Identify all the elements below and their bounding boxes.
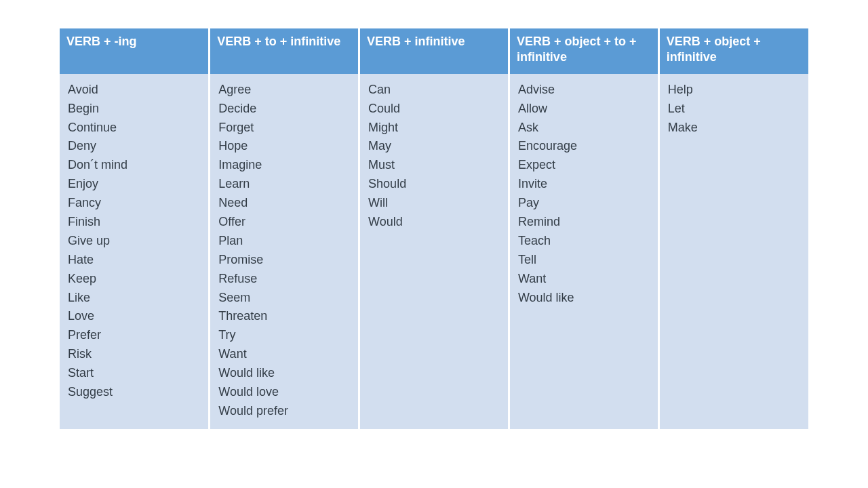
- col-header-2: VERB + infinitive: [359, 28, 509, 74]
- list-item: Would like: [518, 289, 650, 308]
- list-item: May: [368, 137, 500, 156]
- list-item: Begin: [68, 100, 200, 119]
- list-item: Let: [668, 100, 800, 119]
- list-item: Deny: [68, 137, 200, 156]
- list-item: Seem: [218, 289, 350, 308]
- table-container: VERB + -ing VERB + to + infinitive VERB …: [0, 0, 868, 429]
- verb-patterns-table: VERB + -ing VERB + to + infinitive VERB …: [60, 28, 808, 429]
- list-item: Threaten: [218, 307, 350, 326]
- list-item: Pay: [518, 194, 650, 213]
- cell-col-3: AdviseAllowAskEncourageExpectInvitePayRe…: [509, 74, 658, 429]
- list-item: Allow: [518, 100, 650, 119]
- list-item: Prefer: [68, 326, 200, 345]
- table-row: AvoidBeginContinueDenyDon´t mindEnjoyFan…: [60, 74, 808, 429]
- list-item: Finish: [68, 213, 200, 232]
- list-item: Like: [68, 289, 200, 308]
- col-header-3: VERB + object + to + infinitive: [509, 28, 658, 74]
- list-item: Encourage: [518, 137, 650, 156]
- list-item: Forget: [218, 119, 350, 138]
- list-item: Try: [218, 326, 350, 345]
- list-item: Promise: [218, 251, 350, 270]
- list-item: Would prefer: [218, 402, 350, 421]
- list-item: Start: [68, 364, 200, 383]
- col-header-0: VERB + -ing: [60, 28, 210, 74]
- list-item: Need: [218, 194, 350, 213]
- list-item: Could: [368, 100, 500, 119]
- list-item: Would love: [218, 383, 350, 402]
- list-item: Offer: [218, 213, 350, 232]
- table-header-row: VERB + -ing VERB + to + infinitive VERB …: [60, 28, 808, 74]
- list-item: Help: [668, 81, 800, 100]
- list-item: Advise: [518, 81, 650, 100]
- list-item: Agree: [218, 81, 350, 100]
- cell-col-4: HelpLetMake: [658, 74, 808, 429]
- list-item: Remind: [518, 213, 650, 232]
- list-item: Should: [368, 175, 500, 194]
- cell-col-1: AgreeDecideForgetHopeImagineLearnNeedOff…: [210, 74, 359, 429]
- list-item: Invite: [518, 175, 650, 194]
- list-item: Want: [218, 345, 350, 364]
- cell-col-0: AvoidBeginContinueDenyDon´t mindEnjoyFan…: [60, 74, 210, 429]
- list-item: Teach: [518, 232, 650, 251]
- list-item: Risk: [68, 345, 200, 364]
- list-item: Would like: [218, 364, 350, 383]
- col-header-4: VERB + object + infinitive: [658, 28, 808, 74]
- cell-col-2: CanCouldMightMayMustShouldWillWould: [359, 74, 509, 429]
- list-item: Hate: [68, 251, 200, 270]
- col-header-1: VERB + to + infinitive: [210, 28, 359, 74]
- list-item: Expect: [518, 156, 650, 175]
- list-item: Fancy: [68, 194, 200, 213]
- list-item: Will: [368, 194, 500, 213]
- list-item: Keep: [68, 270, 200, 289]
- list-item: Would: [368, 213, 500, 232]
- list-item: Can: [368, 81, 500, 100]
- list-item: Don´t mind: [68, 156, 200, 175]
- list-item: Enjoy: [68, 175, 200, 194]
- list-item: Suggest: [68, 383, 200, 402]
- list-item: Refuse: [218, 270, 350, 289]
- list-item: Plan: [218, 232, 350, 251]
- list-item: Hope: [218, 137, 350, 156]
- list-item: Avoid: [68, 81, 200, 100]
- list-item: Might: [368, 119, 500, 138]
- list-item: Imagine: [218, 156, 350, 175]
- list-item: Tell: [518, 251, 650, 270]
- list-item: Learn: [218, 175, 350, 194]
- list-item: Ask: [518, 119, 650, 138]
- list-item: Make: [668, 119, 800, 138]
- list-item: Continue: [68, 119, 200, 138]
- list-item: Decide: [218, 100, 350, 119]
- list-item: Must: [368, 156, 500, 175]
- list-item: Love: [68, 307, 200, 326]
- list-item: Give up: [68, 232, 200, 251]
- list-item: Want: [518, 270, 650, 289]
